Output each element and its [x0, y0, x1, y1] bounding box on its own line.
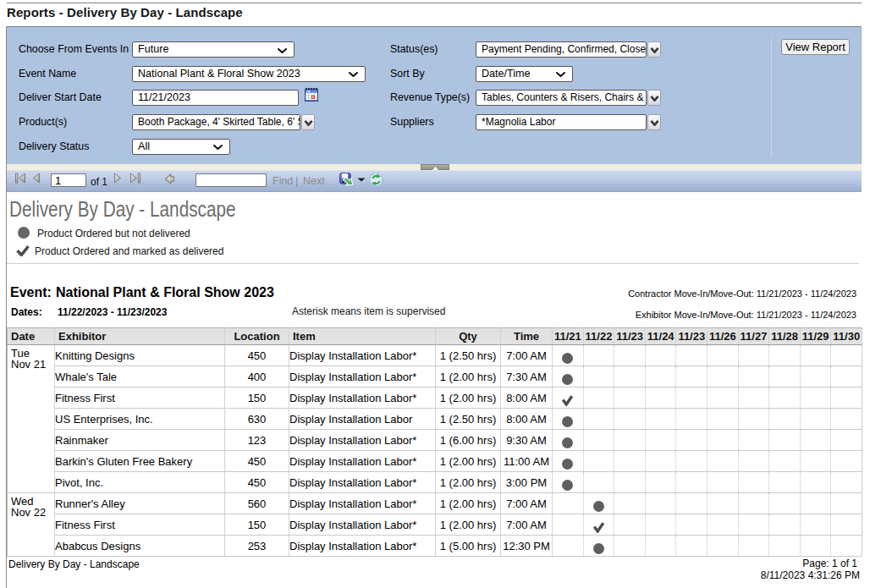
- group-date: Nov 22: [11, 507, 54, 518]
- day-cell: [738, 409, 769, 430]
- day-cell: [645, 536, 676, 557]
- day-cell: [769, 536, 801, 557]
- day-cell: [614, 536, 646, 557]
- qty-cell: 1 (2.50 hrs): [436, 345, 501, 366]
- param-label-left-0: Choose From Events In: [19, 41, 129, 58]
- day-cell: [738, 345, 769, 366]
- day-cell: [707, 345, 738, 366]
- day-cell: [831, 387, 862, 409]
- location-cell: 450: [225, 345, 289, 366]
- day-cell: [553, 387, 584, 409]
- page-title: Reports - Delivery By Day - Landscape: [7, 5, 243, 19]
- refresh-icon[interactable]: [369, 173, 383, 187]
- event-name: National Plant & Floral Show 2023: [56, 285, 274, 300]
- view-report-button[interactable]: View Report: [781, 39, 850, 55]
- day-cell: [645, 387, 676, 409]
- table-row: WedNov 22Runner's Alley560Display Instal…: [8, 493, 862, 514]
- param-select-left-0[interactable]: Future: [132, 41, 295, 58]
- multiselect-dropdown-button[interactable]: [301, 114, 315, 130]
- day-cell: [831, 409, 862, 430]
- day-cell: [676, 514, 708, 536]
- collapse-parameters-handle[interactable]: [421, 164, 449, 170]
- table-row: Whale's Tale400Display Installation Labo…: [8, 366, 862, 387]
- day-cell: [553, 472, 584, 493]
- day-cell: [769, 493, 801, 514]
- qty-cell: 1 (2.00 hrs): [436, 493, 501, 514]
- multiselect-dropdown-button[interactable]: [647, 90, 661, 106]
- day-cell: [707, 472, 738, 493]
- day-cell: [769, 409, 801, 430]
- page-count-label: of 1: [91, 176, 107, 188]
- exhibitor-cell: US Enterprises, Inc.: [55, 409, 225, 430]
- day-cell: [738, 493, 769, 514]
- legend-not-delivered: Product Ordered but not delivered: [37, 228, 190, 239]
- export-dropdown-caret-icon[interactable]: [357, 178, 366, 182]
- find-text-input[interactable]: [195, 173, 267, 187]
- date-column-header: 11/26: [707, 328, 738, 345]
- day-cell: [769, 387, 801, 409]
- multiselect-dropdown-button[interactable]: [647, 114, 661, 130]
- day-cell: [553, 366, 584, 387]
- param-select-right-1[interactable]: Date/Time: [476, 66, 573, 82]
- param-multiselect-left-3[interactable]: Booth Package, 4' Skirted Table, 6' S: [132, 114, 300, 130]
- time-cell: 9:30 AM: [501, 430, 553, 451]
- param-multiselect-right-3[interactable]: *Magnolia Labor: [476, 114, 647, 130]
- qty-cell: 1 (2.50 hrs): [436, 409, 501, 430]
- param-select-value: National Plant & Floral Show 2023: [138, 68, 300, 80]
- day-cell: [800, 366, 831, 387]
- parameter-splitter: [7, 164, 862, 170]
- param-multiselect-right-2[interactable]: Tables, Counters & Risers, Chairs &: [476, 90, 647, 106]
- delivered-check-icon: [593, 522, 604, 533]
- calendar-icon[interactable]: [305, 88, 318, 105]
- last-page-icon[interactable]: [130, 173, 140, 184]
- date-column-header: 11/24: [645, 328, 676, 345]
- not-delivered-dot-icon: [562, 480, 573, 491]
- day-cell: [645, 366, 676, 387]
- exhibitor-cell: Whale's Tale: [55, 366, 225, 387]
- table-row: TueNov 21Knitting Designs450Display Inst…: [8, 345, 862, 366]
- qty-cell: 1 (5.00 hrs): [436, 536, 501, 557]
- report-timestamp: 8/11/2023 4:31:26 PM: [761, 569, 860, 581]
- param-multiselect-right-0[interactable]: Payment Pending, Confirmed, Closed: [476, 41, 647, 58]
- delivery-table: DateExhibitorLocationItemQtyTime11/2111/…: [7, 327, 862, 557]
- report-title: Delivery By Day - Landscape: [9, 197, 236, 222]
- day-cell: [676, 536, 708, 557]
- multiselect-dropdown-button[interactable]: [647, 41, 661, 58]
- find-link[interactable]: Find: [273, 175, 293, 187]
- param-select-left-1[interactable]: National Plant & Floral Show 2023: [132, 66, 366, 82]
- param-date-input[interactable]: 11/21/2023: [132, 90, 299, 106]
- time-cell: 12:30 PM: [501, 536, 553, 557]
- page-number-input[interactable]: [51, 173, 86, 187]
- day-cell: [738, 472, 769, 493]
- day-cell: [614, 366, 646, 387]
- date-column-header: 11/23: [676, 328, 708, 345]
- previous-page-icon[interactable]: [33, 173, 40, 184]
- not-delivered-dot-icon: [562, 459, 573, 470]
- qty-cell: 1 (2.00 hrs): [436, 366, 501, 387]
- first-page-icon[interactable]: [15, 173, 25, 184]
- chevron-down-icon: [650, 120, 659, 126]
- param-select-left-4[interactable]: All: [132, 139, 230, 155]
- not-delivered-dot-icon: [562, 437, 573, 448]
- location-cell: 560: [225, 493, 289, 514]
- qty-cell: 1 (2.00 hrs): [436, 472, 501, 493]
- back-to-parent-icon[interactable]: [165, 173, 174, 184]
- chevron-down-icon: [349, 72, 358, 77]
- day-cell: [738, 514, 769, 536]
- day-cell: [769, 451, 801, 472]
- exhibitor-cell: Fitness First: [55, 387, 225, 409]
- day-cell: [831, 472, 862, 493]
- day-cell: [553, 514, 584, 536]
- day-cell: [583, 493, 614, 514]
- date-group-cell: WedNov 22: [8, 493, 55, 557]
- qty-cell: 1 (2.00 hrs): [436, 387, 501, 409]
- chevron-down-icon: [213, 145, 223, 150]
- next-page-icon[interactable]: [114, 173, 121, 184]
- export-save-icon[interactable]: [339, 173, 355, 187]
- day-cell: [676, 409, 708, 430]
- chevron-down-icon: [304, 120, 313, 126]
- day-cell: [769, 430, 801, 451]
- report-footer-title: Delivery By Day - Landscape: [8, 558, 140, 570]
- day-cell: [831, 493, 862, 514]
- find-next-link[interactable]: Next: [303, 175, 325, 187]
